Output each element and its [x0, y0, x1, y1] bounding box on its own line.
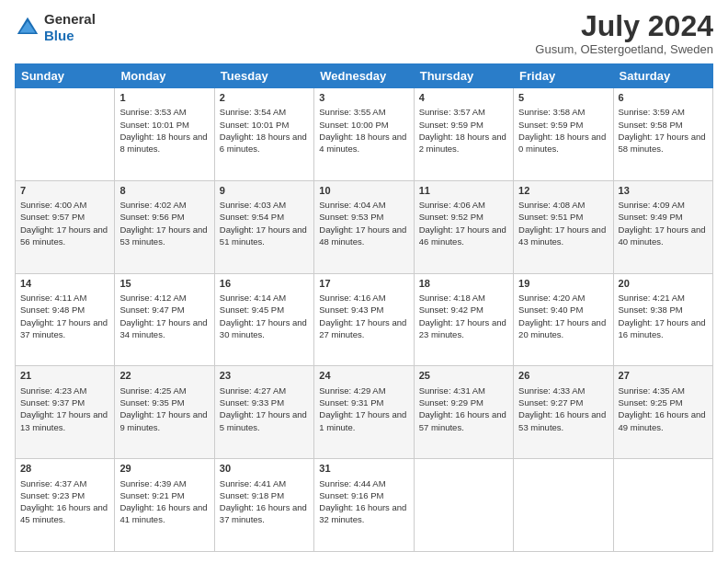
cell-0-1: 1Sunrise: 3:53 AMSunset: 10:01 PMDayligh…	[115, 88, 214, 181]
cell-4-6	[613, 459, 712, 552]
day-number: 17	[319, 277, 408, 291]
sunset-text: Sunset: 9:59 PM	[419, 120, 483, 130]
sunrise-text: Sunrise: 4:31 AM	[419, 385, 485, 396]
day-number: 25	[419, 369, 508, 383]
sunset-text: Sunset: 9:18 PM	[220, 490, 284, 500]
sunrise-text: Sunrise: 3:53 AM	[119, 107, 186, 117]
cell-3-6: 27Sunrise: 4:35 AMSunset: 9:25 PMDayligh…	[613, 366, 712, 459]
sunrise-text: Sunrise: 3:55 AM	[319, 107, 385, 117]
sunrise-text: Sunrise: 4:37 AM	[20, 478, 86, 488]
sunset-text: Sunset: 9:23 PM	[20, 490, 85, 500]
calendar-table: Sunday Monday Tuesday Wednesday Thursday…	[15, 63, 713, 552]
sunrise-text: Sunrise: 4:06 AM	[419, 200, 485, 210]
header: General Blue July 2024 Gusum, OEstergoet…	[15, 11, 713, 56]
cell-1-4: 11Sunrise: 4:06 AMSunset: 9:52 PMDayligh…	[414, 180, 513, 273]
daylight-text: Daylight: 17 hours and 23 minutes.	[419, 317, 506, 339]
cell-4-3: 31Sunrise: 4:44 AMSunset: 9:16 PMDayligh…	[314, 459, 414, 552]
sunset-text: Sunset: 9:27 PM	[518, 397, 583, 408]
sunrise-text: Sunrise: 4:35 AM	[619, 385, 685, 396]
cell-1-0: 7Sunrise: 4:00 AMSunset: 9:57 PMDaylight…	[16, 180, 115, 273]
daylight-text: Daylight: 17 hours and 58 minutes.	[619, 132, 706, 154]
sunset-text: Sunset: 9:38 PM	[619, 304, 683, 315]
day-number: 1	[119, 91, 209, 105]
daylight-text: Daylight: 17 hours and 43 minutes.	[518, 224, 606, 247]
day-number: 12	[518, 184, 608, 198]
sunset-text: Sunset: 9:56 PM	[119, 212, 184, 222]
cell-4-4	[414, 459, 513, 552]
sunset-text: Sunset: 9:51 PM	[518, 212, 583, 222]
day-number: 26	[518, 369, 608, 383]
daylight-text: Daylight: 18 hours and 6 minutes.	[220, 132, 307, 154]
col-saturday: Saturday	[613, 64, 712, 88]
col-wednesday: Wednesday	[314, 64, 414, 88]
daylight-text: Daylight: 17 hours and 56 minutes.	[20, 224, 108, 247]
sunrise-text: Sunrise: 4:03 AM	[220, 200, 286, 210]
logo-line1: General	[44, 11, 96, 28]
sunrise-text: Sunrise: 4:39 AM	[119, 478, 186, 488]
day-number: 8	[119, 184, 209, 198]
sunrise-text: Sunrise: 4:14 AM	[220, 293, 286, 303]
daylight-text: Daylight: 18 hours and 0 minutes.	[518, 132, 606, 154]
sunrise-text: Sunrise: 4:02 AM	[119, 200, 186, 210]
cell-1-6: 13Sunrise: 4:09 AMSunset: 9:49 PMDayligh…	[613, 180, 712, 273]
daylight-text: Daylight: 17 hours and 51 minutes.	[220, 224, 307, 247]
day-number: 21	[20, 369, 109, 383]
daylight-text: Daylight: 16 hours and 41 minutes.	[119, 502, 207, 524]
col-tuesday: Tuesday	[214, 64, 313, 88]
sunset-text: Sunset: 9:59 PM	[518, 120, 583, 130]
sunrise-text: Sunrise: 4:33 AM	[518, 385, 585, 396]
logo-text: General Blue	[44, 11, 96, 44]
cell-2-6: 20Sunrise: 4:21 AMSunset: 9:38 PMDayligh…	[613, 273, 712, 366]
cell-2-1: 15Sunrise: 4:12 AMSunset: 9:47 PMDayligh…	[115, 273, 214, 366]
cell-1-3: 10Sunrise: 4:04 AMSunset: 9:53 PMDayligh…	[314, 180, 414, 273]
daylight-text: Daylight: 16 hours and 37 minutes.	[220, 502, 307, 524]
sunset-text: Sunset: 9:35 PM	[119, 397, 184, 408]
daylight-text: Daylight: 16 hours and 53 minutes.	[518, 409, 606, 431]
cell-3-3: 24Sunrise: 4:29 AMSunset: 9:31 PMDayligh…	[314, 366, 414, 459]
daylight-text: Daylight: 18 hours and 4 minutes.	[319, 132, 406, 154]
sunset-text: Sunset: 10:01 PM	[220, 120, 290, 130]
daylight-text: Daylight: 18 hours and 2 minutes.	[419, 132, 506, 154]
day-number: 16	[220, 277, 309, 291]
sunset-text: Sunset: 9:48 PM	[20, 304, 85, 315]
sunset-text: Sunset: 9:33 PM	[220, 397, 284, 408]
day-number: 6	[619, 91, 708, 105]
daylight-text: Daylight: 16 hours and 32 minutes.	[319, 502, 406, 524]
calendar-header-row: Sunday Monday Tuesday Wednesday Thursday…	[16, 64, 713, 88]
daylight-text: Daylight: 17 hours and 1 minute.	[319, 409, 406, 431]
cell-1-5: 12Sunrise: 4:08 AMSunset: 9:51 PMDayligh…	[514, 180, 613, 273]
daylight-text: Daylight: 16 hours and 45 minutes.	[20, 502, 108, 524]
cell-3-1: 22Sunrise: 4:25 AMSunset: 9:35 PMDayligh…	[115, 366, 214, 459]
sunset-text: Sunset: 9:37 PM	[20, 397, 85, 408]
daylight-text: Daylight: 17 hours and 37 minutes.	[20, 317, 108, 339]
cell-0-2: 2Sunrise: 3:54 AMSunset: 10:01 PMDayligh…	[214, 88, 313, 181]
cell-2-4: 18Sunrise: 4:18 AMSunset: 9:42 PMDayligh…	[414, 273, 513, 366]
cell-3-2: 23Sunrise: 4:27 AMSunset: 9:33 PMDayligh…	[214, 366, 313, 459]
sunset-text: Sunset: 9:31 PM	[319, 397, 383, 408]
sunset-text: Sunset: 9:49 PM	[619, 212, 683, 222]
day-number: 24	[319, 369, 408, 383]
month-title: July 2024	[535, 11, 713, 40]
sunset-text: Sunset: 9:54 PM	[220, 212, 284, 222]
sunrise-text: Sunrise: 4:00 AM	[20, 200, 86, 210]
daylight-text: Daylight: 17 hours and 46 minutes.	[419, 224, 506, 247]
sunset-text: Sunset: 9:58 PM	[619, 120, 683, 130]
day-number: 14	[20, 277, 109, 291]
daylight-text: Daylight: 18 hours and 8 minutes.	[119, 132, 207, 154]
day-number: 19	[518, 277, 608, 291]
week-row-3: 21Sunrise: 4:23 AMSunset: 9:37 PMDayligh…	[16, 366, 713, 459]
daylight-text: Daylight: 17 hours and 20 minutes.	[518, 317, 606, 339]
col-thursday: Thursday	[414, 64, 513, 88]
day-number: 5	[518, 91, 608, 105]
sunrise-text: Sunrise: 3:58 AM	[518, 107, 585, 117]
sunset-text: Sunset: 9:40 PM	[518, 304, 583, 315]
logo-line2: Blue	[44, 28, 96, 44]
sunset-text: Sunset: 9:25 PM	[619, 397, 683, 408]
day-number: 18	[419, 277, 508, 291]
daylight-text: Daylight: 16 hours and 57 minutes.	[419, 409, 506, 431]
sunrise-text: Sunrise: 4:11 AM	[20, 293, 86, 303]
cell-1-1: 8Sunrise: 4:02 AMSunset: 9:56 PMDaylight…	[115, 180, 214, 273]
cell-4-0: 28Sunrise: 4:37 AMSunset: 9:23 PMDayligh…	[16, 459, 115, 552]
day-number: 13	[619, 184, 708, 198]
cell-4-1: 29Sunrise: 4:39 AMSunset: 9:21 PMDayligh…	[115, 459, 214, 552]
